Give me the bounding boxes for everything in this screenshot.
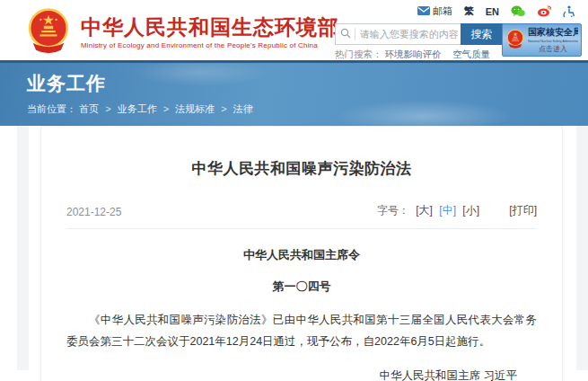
- nnsa-enter-label: 点击进入: [528, 44, 578, 54]
- hot-search: 热门搜索： 环境影响评价 空气质量: [335, 49, 499, 61]
- ministry-names: 中华人民共和国生态环境部 Ministry of Ecology and Env…: [81, 15, 339, 49]
- nnsa-title: 国家核安全局: [528, 26, 578, 39]
- breadcrumb-label: 当前位置：: [27, 103, 76, 114]
- wechat-icon[interactable]: [511, 5, 525, 17]
- decree-number: 第一〇四号: [66, 279, 537, 295]
- print-button[interactable]: [打印]: [509, 204, 537, 217]
- mail-label: 邮箱: [433, 4, 452, 18]
- mail-icon: [417, 6, 430, 17]
- site-logo[interactable]: 中华人民共和国生态环境部 Ministry of Ecology and Env…: [25, 6, 339, 58]
- article-card: 中华人民共和国噪声污染防治法 2021-12-25 字号： [大] [中] [小…: [40, 126, 563, 381]
- search-button[interactable]: 搜索: [461, 23, 503, 45]
- ministry-name-zh: 中华人民共和国生态环境部: [81, 15, 339, 39]
- nnsa-text: 国家核安全局 National Nuclear Safety Administr…: [528, 26, 578, 54]
- decree-heading: 中华人民共和国主席令: [66, 247, 537, 263]
- font-size-medium[interactable]: [中]: [439, 204, 456, 217]
- weibo-icon[interactable]: [537, 5, 551, 17]
- breadcrumb-laws[interactable]: 法律: [233, 103, 253, 114]
- search-divider: [355, 28, 355, 40]
- search-icon: [340, 26, 351, 42]
- nnsa-subtitle: National Nuclear Safety Administration: [528, 39, 573, 43]
- accessibility-icon[interactable]: [563, 5, 575, 17]
- national-emblem-icon: [25, 6, 72, 58]
- ministry-name-en: Ministry of Ecology and Environment of t…: [81, 41, 339, 49]
- section-title: 业务工作: [0, 63, 588, 96]
- article-body: 中华人民共和国主席令 第一〇四号 《中华人民共和国噪声污染防治法》已由中华人民共…: [66, 247, 537, 381]
- nnsa-banner-link[interactable]: 国家核安全局 National Nuclear Safety Administr…: [502, 23, 582, 57]
- signature-line: 中华人民共和国主席 习近平: [66, 368, 537, 381]
- english-toggle[interactable]: EN: [486, 6, 499, 17]
- main-area: 中华人民共和国噪声污染防治法 2021-12-25 字号： [大] [中] [小…: [0, 126, 588, 370]
- search-area: 搜索: [335, 23, 503, 45]
- right-gutter: [576, 126, 588, 370]
- search-box[interactable]: [335, 23, 461, 45]
- font-size-small[interactable]: [小]: [462, 204, 479, 217]
- meta-controls: 字号： [大] [中] [小] [打印]: [377, 203, 537, 218]
- decree-paragraph: 《中华人民共和国噪声污染防治法》已由中华人民共和国第十三届全国人民代表大会常务委…: [66, 309, 537, 353]
- hot-link-eia[interactable]: 环境影响评价: [384, 49, 441, 59]
- section-banner: 业务工作 当前位置： 首页 > 业务工作 > 法规标准 > 法律: [0, 60, 588, 126]
- breadcrumb-work[interactable]: 业务工作: [118, 103, 157, 114]
- document-title: 中华人民共和国噪声污染防治法: [66, 127, 537, 179]
- site-header: 中华人民共和国生态环境部 Ministry of Ecology and Env…: [0, 0, 588, 60]
- publish-date: 2021-12-25: [66, 206, 121, 218]
- hot-link-air-quality[interactable]: 空气质量: [452, 49, 490, 59]
- font-size-large[interactable]: [大]: [416, 204, 433, 217]
- breadcrumb-separator: >: [221, 103, 226, 114]
- breadcrumb-home[interactable]: 首页: [79, 103, 99, 114]
- left-gutter: [17, 126, 29, 370]
- traditional-chinese-toggle[interactable]: 繁: [464, 4, 474, 18]
- mail-link[interactable]: 邮箱: [417, 4, 452, 18]
- breadcrumb-regulations[interactable]: 法规标准: [175, 103, 215, 114]
- nnsa-emblem-icon: [505, 28, 525, 53]
- topbar: 邮箱 繁 EN: [417, 4, 575, 18]
- breadcrumb-separator: >: [163, 103, 169, 114]
- search-input[interactable]: [360, 29, 461, 40]
- document-meta-row: 2021-12-25 字号： [大] [中] [小] [打印]: [66, 203, 537, 229]
- font-size-label: 字号：: [377, 204, 409, 217]
- breadcrumb: 当前位置： 首页 > 业务工作 > 法规标准 > 法律: [0, 96, 588, 116]
- breadcrumb-separator: >: [105, 103, 110, 114]
- hot-search-label: 热门搜索：: [335, 49, 382, 59]
